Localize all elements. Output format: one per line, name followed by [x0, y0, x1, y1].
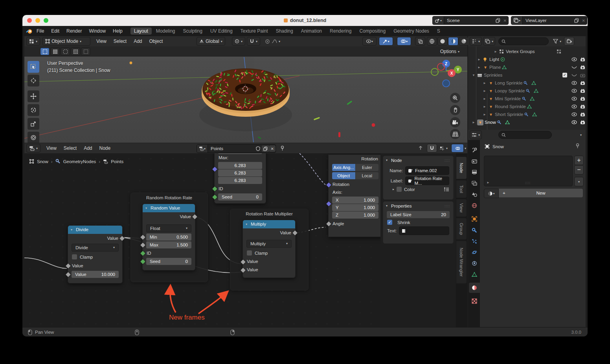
camera-visibility-icon[interactable] — [580, 89, 585, 93]
rotation-input-socket[interactable] — [326, 182, 332, 188]
workspace-tab-sculpting[interactable]: Sculpting — [180, 28, 206, 35]
parent-node-tree-icon[interactable] — [417, 145, 424, 151]
tool-scale[interactable] — [28, 118, 39, 130]
select-box-button[interactable] — [50, 48, 60, 55]
browse-material-button[interactable]: ▾ — [484, 189, 499, 198]
properties-search-input[interactable] — [498, 131, 552, 139]
gizmos-toggle[interactable]: ▾ — [379, 37, 393, 46]
material-slot-specials-dropdown[interactable]: ▾ — [574, 177, 584, 186]
viewlayer-new-icon[interactable] — [573, 18, 581, 23]
color-expand-icon[interactable]: ▸ — [393, 188, 394, 191]
shading-wireframe-button[interactable] — [427, 37, 437, 46]
workspace-tab-shading[interactable]: Shading — [272, 28, 297, 35]
outliner-row-round-sprinkle[interactable]: ► ▼ Round Sprinkle — [468, 103, 586, 110]
camera-visibility-icon[interactable] — [580, 57, 585, 62]
properties-breadcrumb-object[interactable]: Snow — [492, 144, 504, 149]
outliner-row-loopy-sprinkle[interactable]: ► ▼ Loopy Sprinkle — [468, 87, 586, 95]
node-menu-node[interactable]: Node — [96, 145, 114, 151]
properties-tab-output[interactable] — [469, 167, 480, 177]
menu-file[interactable]: File — [33, 28, 48, 34]
select-lasso-button[interactable] — [71, 48, 80, 55]
hide-eye-icon[interactable] — [571, 89, 577, 93]
breadcrumb-nodetree[interactable]: Points — [111, 159, 123, 164]
max-x-field[interactable]: 6.283 — [218, 162, 262, 169]
camera-visibility-icon[interactable] — [580, 120, 585, 125]
seed-socket[interactable] — [212, 194, 218, 200]
breadcrumb-object[interactable]: Snow — [37, 159, 48, 164]
local-button[interactable]: Local — [356, 172, 379, 179]
viewport-menu-object[interactable]: Object — [146, 39, 167, 44]
breadcrumb-modifier[interactable]: GeometryNodes — [63, 159, 96, 164]
viewport-menu-add[interactable]: Add — [130, 39, 145, 44]
vector-input-socket[interactable] — [212, 166, 218, 173]
camera-view-button[interactable] — [450, 117, 460, 127]
xray-toggle[interactable] — [415, 37, 425, 46]
axis-input-socket[interactable] — [326, 201, 332, 207]
properties-tab-modifiers[interactable] — [469, 225, 480, 235]
presets-icon[interactable] — [444, 187, 449, 192]
outliner-row-vertex-groups[interactable]: ► Vertex Groups — [468, 48, 586, 55]
scene-name[interactable]: Scene — [444, 18, 494, 23]
viewport-menu-select[interactable]: Select — [110, 39, 130, 44]
properties-editor-type-button[interactable]: ▾ — [470, 131, 482, 139]
seed-field[interactable]: Seed0 — [146, 258, 191, 265]
pin-icon[interactable] — [280, 145, 285, 151]
hidden-eye-icon[interactable] — [571, 65, 577, 69]
material-slot-list[interactable]: ► :::: — [484, 156, 573, 186]
outliner-display-mode-dropdown[interactable]: ▾ — [483, 37, 495, 46]
node-editor-canvas[interactable]: Snow › GeometryNodes › Points Random Rot… — [24, 153, 467, 327]
outliner-row-plane[interactable]: ► ▼ Plane — [468, 63, 586, 71]
workspace-tab-texture-paint[interactable]: Texture Paint — [237, 28, 272, 35]
hide-eye-icon[interactable] — [571, 97, 577, 101]
node-snap-mode-dropdown[interactable]: ▾ — [437, 144, 450, 152]
proportional-editing-buttons[interactable]: ▾ — [263, 37, 283, 45]
shading-material-button[interactable] — [448, 37, 458, 46]
output-socket[interactable] — [119, 235, 125, 242]
properties-tab-world[interactable] — [469, 200, 480, 211]
angle-input-socket[interactable] — [326, 221, 332, 227]
node-random-value-vector-partial[interactable]: Max: 6.283 6.283 6.283 ID Seed0 — [214, 153, 266, 204]
clamp-checkbox[interactable] — [72, 254, 77, 259]
workspace-tab-animation[interactable]: Animation — [298, 28, 325, 35]
max-z-field[interactable]: 6.283 — [218, 177, 262, 184]
collection-checkbox[interactable]: ✓ — [562, 73, 567, 77]
menu-help[interactable]: Help — [109, 28, 126, 34]
tool-rotate[interactable] — [28, 104, 39, 116]
properties-tab-texture[interactable] — [469, 296, 480, 306]
shading-rendered-button[interactable] — [459, 37, 469, 46]
axis-y-field[interactable]: Y1.000 — [332, 204, 378, 211]
properties-tab-scene[interactable] — [469, 189, 480, 199]
sidebar-tab-node-wrangler[interactable]: Node Wrangler — [456, 241, 467, 284]
node-snap-toggle[interactable] — [427, 144, 437, 153]
outliner-row-light[interactable]: ► Light — [468, 55, 586, 63]
node-group-selector[interactable]: ▾ Points ✕ — [197, 144, 276, 153]
select-circle-button[interactable] — [61, 48, 70, 55]
node-multiply[interactable]: ▾Multiply Value Multiply▾ Clamp Value Va… — [243, 220, 296, 278]
node-group-browse-icon[interactable]: ▾ — [197, 145, 208, 153]
node-group-unlink-icon[interactable]: ✕ — [269, 145, 276, 152]
properties-tab-physics[interactable] — [469, 247, 480, 257]
data-type-dropdown[interactable]: Float▾ — [146, 224, 191, 232]
properties-tab-view-layer[interactable] — [469, 178, 480, 188]
object-visibility-dropdown[interactable]: ▾ — [362, 37, 377, 46]
sidebar-tab-node[interactable]: Node — [456, 156, 467, 179]
label-size-slider[interactable]: Label Size20 — [387, 211, 450, 218]
operation-dropdown[interactable]: Divide▾ — [72, 244, 119, 252]
max-y-field[interactable]: 6.283 — [218, 169, 262, 176]
node-divide[interactable]: ▾Divide Value Divide▾ Clamp Value Value1… — [68, 225, 123, 283]
select-tweak-button[interactable] — [40, 48, 50, 55]
id-socket[interactable] — [212, 186, 218, 192]
node-menu-select[interactable]: Select — [60, 145, 80, 151]
viewlayer-remove-icon[interactable]: ✕ — [581, 18, 587, 23]
node-overlays-toggle[interactable] — [451, 144, 464, 153]
workspace-tab-compositing[interactable]: Compositing — [356, 28, 389, 35]
clamp-checkbox[interactable] — [247, 250, 252, 256]
pin-id-icon[interactable] — [575, 143, 580, 149]
outliner-row-short-sprinkle[interactable]: ► ▼ Short Sprinkle — [468, 110, 586, 118]
hide-eye-icon[interactable] — [571, 120, 577, 124]
sidebar-tab-tool[interactable]: Tool — [456, 180, 467, 198]
menu-edit[interactable]: Edit — [48, 28, 63, 34]
workspace-tab-scripting-clipped[interactable]: S — [434, 28, 444, 35]
properties-tab-object-data[interactable] — [469, 269, 480, 279]
viewport-menu-view[interactable]: View — [93, 39, 110, 44]
